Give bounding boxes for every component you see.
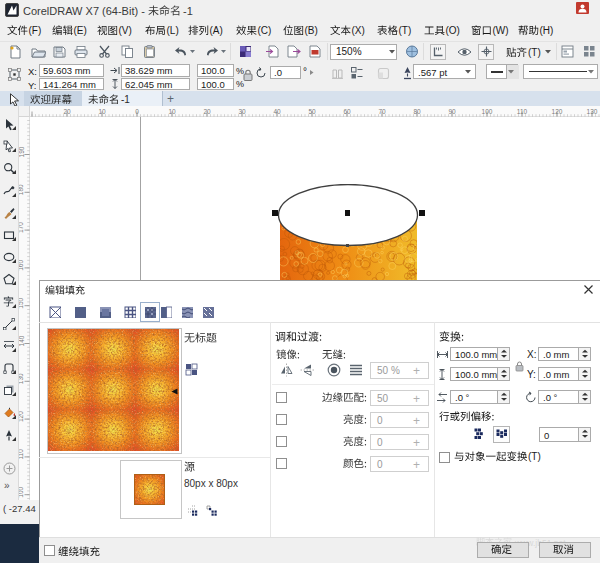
svg-text:50: 50 — [308, 108, 316, 115]
svg-text:30: 30 — [238, 108, 246, 115]
svg-text:110: 110 — [517, 108, 528, 115]
svg-text:180: 180 — [19, 184, 25, 195]
svg-text:110: 110 — [19, 449, 25, 460]
svg-text:150: 150 — [19, 297, 25, 308]
svg-text:20: 20 — [203, 108, 211, 115]
svg-text:60: 60 — [343, 108, 351, 115]
svg-text:70: 70 — [378, 108, 386, 115]
svg-text:190: 190 — [19, 146, 25, 157]
svg-text:10: 10 — [98, 108, 106, 115]
svg-text:130: 130 — [19, 373, 25, 384]
svg-text:0: 0 — [135, 108, 139, 115]
svg-text:100: 100 — [19, 486, 25, 497]
svg-text:120: 120 — [19, 411, 25, 422]
svg-text:40: 40 — [273, 108, 281, 115]
svg-text:20: 20 — [63, 108, 71, 115]
svg-text:140: 140 — [19, 335, 25, 346]
svg-text:10: 10 — [168, 108, 176, 115]
svg-text:80: 80 — [413, 108, 421, 115]
svg-text:100: 100 — [482, 108, 493, 115]
svg-text:170: 170 — [19, 222, 25, 233]
svg-text:130: 130 — [587, 108, 598, 115]
svg-text:120: 120 — [552, 108, 563, 115]
svg-text:160: 160 — [19, 260, 25, 271]
svg-text:90: 90 — [448, 108, 456, 115]
